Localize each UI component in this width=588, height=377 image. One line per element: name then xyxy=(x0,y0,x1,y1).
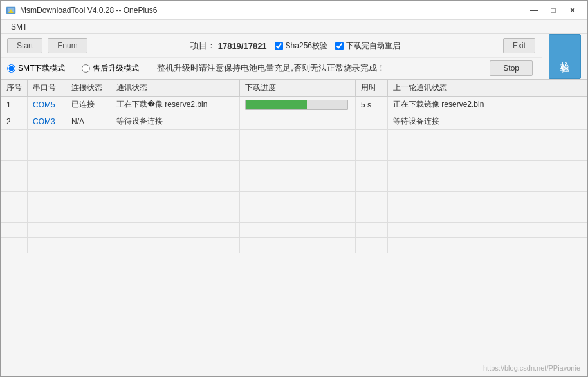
cell-empty xyxy=(111,207,240,223)
upgrade-mode-label: 售后升级模式 xyxy=(93,63,139,74)
cell-empty xyxy=(240,130,356,145)
menu-smt[interactable]: SMT xyxy=(6,21,32,33)
table-row: 1 COM5 已连接 正在下载�像 reserve2.bin 5 s 正在下载镜… xyxy=(1,97,587,113)
cell-empty xyxy=(356,176,388,192)
cell-empty xyxy=(356,223,388,238)
minimize-button[interactable]: — xyxy=(524,1,544,19)
th-progress: 下载进度 xyxy=(240,80,356,97)
cell-empty xyxy=(111,176,240,192)
th-port: 串口号 xyxy=(28,80,66,97)
cell-time: 5 s xyxy=(356,97,388,113)
toolbar-center: 项目： 17819/17821 Sha256校验 下载完自动重启 xyxy=(93,40,498,51)
cell-empty xyxy=(66,192,111,207)
cell-seq: 2 xyxy=(1,113,28,130)
data-table: 序号 串口号 连接状态 通讯状态 下载进度 用时 上一轮通讯状态 1 COM5 … xyxy=(1,79,587,253)
cell-empty xyxy=(111,238,240,253)
cell-empty xyxy=(111,223,240,238)
cell-empty xyxy=(240,176,356,192)
th-time: 用时 xyxy=(356,80,388,97)
toolbar-main: Start Enum 项目： 17819/17821 Sha256校验 下载完自… xyxy=(1,34,542,79)
smt-mode-radio[interactable] xyxy=(7,64,15,73)
cell-empty xyxy=(388,238,587,253)
cell-empty xyxy=(28,176,66,192)
cell-empty xyxy=(356,145,388,161)
cell-empty xyxy=(388,176,587,192)
cell-empty xyxy=(66,130,111,145)
sha256-label: Sha256校验 xyxy=(286,41,327,51)
cell-empty xyxy=(240,223,356,238)
stop-button[interactable]: Stop xyxy=(490,60,533,76)
verify-button[interactable]: 校验 xyxy=(549,34,581,79)
th-last-comm: 上一轮通讯状态 xyxy=(388,80,587,97)
table-row-empty xyxy=(1,238,587,253)
cell-empty xyxy=(388,145,587,161)
cell-empty xyxy=(1,130,28,145)
cell-empty xyxy=(111,145,240,161)
th-comm: 通讯状态 xyxy=(111,80,240,97)
project-label: 项目： xyxy=(190,40,216,51)
notice-text: 整机升级时请注意保持电池电量充足,否则无法正常烧录完成！ xyxy=(157,62,385,74)
watermark: https://blog.csdn.net/PPiavonie xyxy=(483,364,580,372)
cell-time xyxy=(356,113,388,130)
table-header-row: 序号 串口号 连接状态 通讯状态 下载进度 用时 上一轮通讯状态 xyxy=(1,80,587,97)
cell-connect: N/A xyxy=(66,113,111,130)
cell-empty xyxy=(240,161,356,176)
start-button[interactable]: Start xyxy=(7,38,42,53)
cell-empty xyxy=(356,192,388,207)
auto-reboot-checkbox[interactable] xyxy=(335,42,344,50)
cell-empty xyxy=(66,223,111,238)
cell-empty xyxy=(1,161,28,176)
table-row-empty xyxy=(1,176,587,192)
table-row-empty xyxy=(1,145,587,161)
cell-empty xyxy=(28,223,66,238)
upgrade-mode-radio[interactable] xyxy=(82,64,90,73)
cell-empty xyxy=(356,238,388,253)
smt-mode-label: SMT下载模式 xyxy=(18,63,65,74)
th-seq: 序号 xyxy=(1,80,28,97)
cell-progress xyxy=(240,113,356,130)
cell-empty xyxy=(28,130,66,145)
menu-bar: SMT xyxy=(1,20,587,34)
cell-empty xyxy=(111,192,240,207)
auto-reboot-checkbox-item[interactable]: 下载完自动重启 xyxy=(335,41,400,51)
cell-progress xyxy=(240,97,356,113)
exit-button[interactable]: Exit xyxy=(503,38,535,53)
toolbar-area: Start Enum 项目： 17819/17821 Sha256校验 下载完自… xyxy=(1,34,587,79)
cell-empty xyxy=(1,207,28,223)
upgrade-mode-item[interactable]: 售后升级模式 xyxy=(82,63,139,74)
cell-empty xyxy=(388,223,587,238)
cell-empty xyxy=(66,161,111,176)
cell-empty xyxy=(28,238,66,253)
cell-empty xyxy=(388,161,587,176)
cell-empty xyxy=(28,192,66,207)
cell-port: COM5 xyxy=(28,97,66,113)
cell-empty xyxy=(356,161,388,176)
cell-empty xyxy=(1,238,28,253)
sha256-checkbox-item[interactable]: Sha256校验 xyxy=(275,41,327,51)
table-row-empty xyxy=(1,223,587,238)
table-row-empty xyxy=(1,207,587,223)
cell-comm: 正在下载�像 reserve2.bin xyxy=(111,97,240,113)
enum-button[interactable]: Enum xyxy=(48,38,87,53)
content-area: 序号 串口号 连接状态 通讯状态 下载进度 用时 上一轮通讯状态 1 COM5 … xyxy=(1,79,587,376)
cell-seq: 1 xyxy=(1,97,28,113)
cell-last-comm: 等待设备连接 xyxy=(388,113,587,130)
table-row-empty xyxy=(1,161,587,176)
close-button[interactable]: ✕ xyxy=(563,1,582,19)
cell-empty xyxy=(66,238,111,253)
cell-empty xyxy=(28,161,66,176)
title-bar: MsmDownloadTool V4.0.28 -- OnePlus6 — □ … xyxy=(1,1,587,20)
smt-mode-item[interactable]: SMT下载模式 xyxy=(7,63,65,74)
cell-empty xyxy=(388,192,587,207)
cell-empty xyxy=(111,130,240,145)
cell-empty xyxy=(66,176,111,192)
toolbar-row2: SMT下载模式 售后升级模式 整机升级时请注意保持电池电量充足,否则无法正常烧录… xyxy=(1,58,542,78)
th-connect: 连接状态 xyxy=(66,80,111,97)
cell-empty xyxy=(240,238,356,253)
cell-empty xyxy=(240,192,356,207)
sha256-checkbox[interactable] xyxy=(275,42,283,50)
cell-empty xyxy=(66,145,111,161)
cell-empty xyxy=(1,145,28,161)
cell-port: COM3 xyxy=(28,113,66,130)
maximize-button[interactable]: □ xyxy=(544,1,563,19)
